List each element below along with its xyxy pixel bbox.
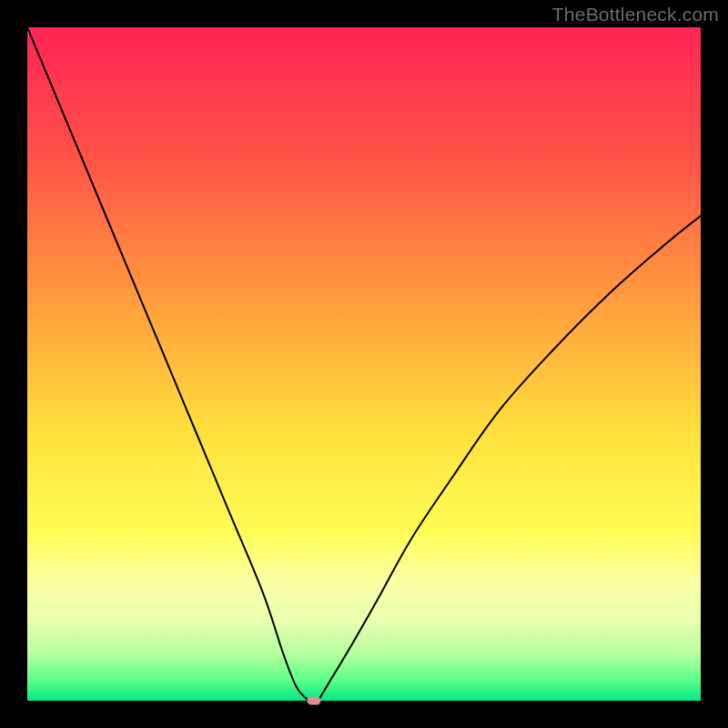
curve-layer [27,27,701,701]
chart-frame: TheBottleneck.com [0,0,728,728]
watermark-text: TheBottleneck.com [552,4,719,25]
left-curve [27,27,308,701]
bottleneck-marker [307,697,320,705]
plot-area [27,27,701,701]
right-curve [318,216,701,701]
